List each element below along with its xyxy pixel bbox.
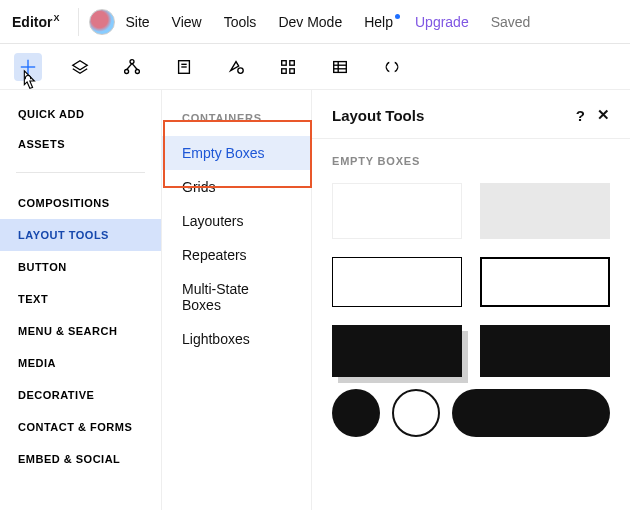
page-icon[interactable]: [170, 53, 198, 81]
add-panel-categories: QUICK ADD ASSETS COMPOSITIONS LAYOUT TOO…: [0, 90, 162, 510]
svg-marker-2: [73, 60, 87, 69]
empty-boxes-grid: [312, 171, 630, 389]
svg-point-4: [125, 69, 129, 73]
menu-dev-mode[interactable]: Dev Mode: [278, 14, 342, 30]
box-plain-light[interactable]: [332, 183, 462, 239]
cat-menu-search[interactable]: MENU & SEARCH: [0, 315, 161, 347]
menu-help[interactable]: Help: [364, 14, 393, 30]
cat-decorative[interactable]: DECORATIVE: [0, 379, 161, 411]
item-empty-boxes[interactable]: Empty Boxes: [162, 136, 311, 170]
svg-rect-15: [290, 68, 295, 73]
top-menu: Site View Tools Dev Mode Help Upgrade Sa…: [125, 14, 618, 30]
quick-add[interactable]: QUICK ADD: [0, 108, 161, 138]
circle-outline[interactable]: [392, 389, 440, 437]
menu-view[interactable]: View: [172, 14, 202, 30]
svg-rect-13: [290, 60, 295, 64]
layout-tools-pane: Layout Tools ? ✕ EMPTY BOXES: [312, 90, 630, 510]
brand-sup: X: [53, 13, 59, 23]
item-lightboxes[interactable]: Lightboxes: [162, 322, 311, 356]
structure-icon[interactable]: [118, 53, 146, 81]
menu-upgrade[interactable]: Upgrade: [415, 14, 469, 30]
box-thin-border[interactable]: [332, 257, 462, 307]
cat-compositions[interactable]: COMPOSITIONS: [0, 187, 161, 219]
svg-line-6: [127, 63, 132, 69]
help-button[interactable]: ?: [576, 107, 585, 124]
svg-line-7: [132, 63, 137, 69]
cat-media[interactable]: MEDIA: [0, 347, 161, 379]
pill-filled[interactable]: [452, 389, 610, 437]
svg-point-5: [135, 69, 139, 73]
assets[interactable]: ASSETS: [0, 138, 161, 168]
layers-icon[interactable]: [66, 53, 94, 81]
box-gray-fill[interactable]: [480, 183, 610, 239]
item-grids[interactable]: Grids: [162, 170, 311, 204]
containers-header: CONTAINERS: [162, 112, 311, 136]
brand-logo: EditorX: [12, 14, 58, 30]
avatar[interactable]: [89, 9, 115, 35]
cat-text[interactable]: TEXT: [0, 283, 161, 315]
cat-button[interactable]: BUTTON: [0, 251, 161, 283]
pane-header: Layout Tools ? ✕: [312, 90, 630, 139]
grid-icon[interactable]: [274, 53, 302, 81]
top-bar: EditorX Site View Tools Dev Mode Help Up…: [0, 0, 630, 44]
brand-text: Editor: [12, 14, 52, 30]
svg-rect-14: [282, 68, 287, 73]
menu-saved: Saved: [491, 14, 531, 30]
add-icon[interactable]: [14, 53, 42, 81]
pane-title: Layout Tools: [332, 107, 424, 124]
box-black-shadow[interactable]: [332, 325, 462, 377]
main-area: QUICK ADD ASSETS COMPOSITIONS LAYOUT TOO…: [0, 90, 630, 510]
close-button[interactable]: ✕: [597, 106, 610, 124]
shapes-row: [312, 389, 630, 449]
cat-embed-social[interactable]: EMBED & SOCIAL: [0, 443, 161, 475]
circle-filled[interactable]: [332, 389, 380, 437]
item-layouters[interactable]: Layouters: [162, 204, 311, 238]
svg-rect-12: [282, 60, 287, 64]
box-black-fill[interactable]: [480, 325, 610, 377]
svg-rect-16: [334, 61, 347, 72]
section-empty-boxes-title: EMPTY BOXES: [312, 139, 630, 171]
menu-site[interactable]: Site: [125, 14, 149, 30]
menu-tools[interactable]: Tools: [224, 14, 257, 30]
tool-iconbar: [0, 44, 630, 90]
separator: [16, 172, 145, 173]
table-icon[interactable]: [326, 53, 354, 81]
cat-layout-tools[interactable]: LAYOUT TOOLS: [0, 219, 161, 251]
item-multi-state[interactable]: Multi-State Boxes: [162, 272, 311, 322]
box-thick-border[interactable]: [480, 257, 610, 307]
divider: [78, 8, 79, 36]
item-repeaters[interactable]: Repeaters: [162, 238, 311, 272]
design-icon[interactable]: [222, 53, 250, 81]
code-icon[interactable]: [378, 53, 406, 81]
containers-list: CONTAINERS Empty Boxes Grids Layouters R…: [162, 90, 312, 510]
cat-contact-forms[interactable]: CONTACT & FORMS: [0, 411, 161, 443]
svg-point-3: [130, 59, 134, 63]
svg-point-11: [238, 67, 243, 72]
